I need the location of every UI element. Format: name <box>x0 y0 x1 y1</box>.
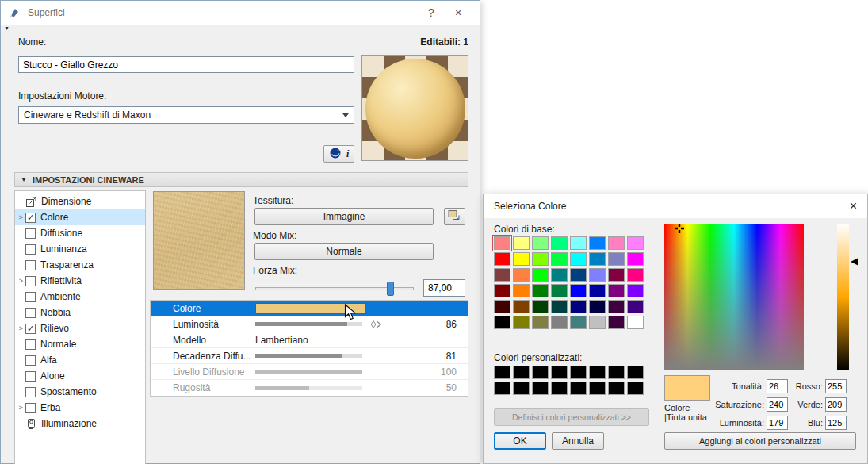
property-row[interactable]: ModelloLambertiano <box>151 332 468 348</box>
cineware-button-group[interactable]: i <box>323 145 354 163</box>
basic-color-swatch[interactable] <box>532 284 549 297</box>
basic-color-swatch[interactable] <box>627 236 644 250</box>
surfaces-titlebar[interactable]: Superfici ? × <box>1 1 480 25</box>
basic-color-swatch[interactable] <box>513 316 530 329</box>
basic-color-swatch[interactable] <box>627 252 644 266</box>
custom-color-swatch[interactable] <box>608 382 625 395</box>
basic-color-swatch[interactable] <box>513 236 530 250</box>
saturation-input[interactable] <box>767 397 788 412</box>
custom-color-swatch[interactable] <box>627 382 644 395</box>
custom-color-swatch[interactable] <box>513 382 530 395</box>
tree-item-alfa[interactable]: Alfa <box>15 352 145 368</box>
custom-color-swatch[interactable] <box>494 382 510 395</box>
property-row[interactable]: Livello Diffusione100 <box>151 364 468 380</box>
custom-color-swatch[interactable] <box>551 382 568 395</box>
custom-color-swatch[interactable] <box>513 366 530 379</box>
luminance-bar[interactable] <box>837 224 849 370</box>
expand-chevron-icon[interactable]: > <box>15 213 25 221</box>
luminance-input[interactable] <box>767 416 788 430</box>
surface-name-input[interactable] <box>18 56 354 73</box>
custom-color-swatch[interactable] <box>532 382 549 395</box>
mix-mode-button[interactable]: Normale <box>254 243 434 260</box>
basic-color-swatch[interactable] <box>570 300 587 313</box>
basic-color-swatch[interactable] <box>551 268 568 282</box>
basic-color-swatch[interactable] <box>551 236 568 250</box>
cancel-button[interactable]: Annulla <box>552 432 604 450</box>
basic-color-swatch[interactable] <box>608 300 625 313</box>
basic-color-swatch[interactable] <box>551 284 568 297</box>
expand-chevron-icon[interactable]: > <box>15 324 25 332</box>
basic-color-swatch[interactable] <box>551 252 568 266</box>
ok-button[interactable]: OK <box>494 432 546 450</box>
basic-color-swatch[interactable] <box>589 268 606 282</box>
tree-item-trasparenza[interactable]: Trasparenza <box>15 257 145 273</box>
custom-color-swatch[interactable] <box>627 366 644 379</box>
custom-color-swatch[interactable] <box>589 382 606 395</box>
tree-item-ambiente[interactable]: Ambiente <box>15 289 145 305</box>
engine-select[interactable]: Cineware e Redshift di Maxon <box>18 106 354 124</box>
basic-color-swatch[interactable] <box>551 316 568 329</box>
basic-color-swatch[interactable] <box>532 316 549 329</box>
basic-color-swatch[interactable] <box>589 252 606 266</box>
saturation-field[interactable] <box>664 224 804 370</box>
custom-color-swatch[interactable] <box>608 366 625 379</box>
custom-color-swatch[interactable] <box>589 366 606 379</box>
basic-color-swatch[interactable] <box>513 268 530 282</box>
tree-item-alone[interactable]: Alone <box>15 368 145 384</box>
texture-image-button[interactable]: Immagine <box>254 208 434 225</box>
cineware-section-header[interactable]: ▼ IMPOSTAZIONI CINEWARE <box>14 172 468 187</box>
basic-color-swatch[interactable] <box>532 252 549 266</box>
mix-strength-input[interactable] <box>423 279 465 297</box>
expand-chevron-icon[interactable]: > <box>15 404 25 412</box>
checkbox[interactable] <box>25 228 36 239</box>
basic-color-swatch[interactable] <box>532 268 549 282</box>
basic-color-swatch[interactable] <box>494 268 510 282</box>
custom-color-swatch[interactable] <box>570 382 587 395</box>
basic-color-swatch[interactable] <box>570 252 587 266</box>
basic-color-swatch[interactable] <box>589 284 606 297</box>
expand-chevron-icon[interactable]: > <box>15 277 25 285</box>
define-custom-colors-button[interactable]: Definisci colori personalizzati >> <box>494 408 649 426</box>
basic-color-swatch[interactable] <box>494 236 510 250</box>
checkbox[interactable] <box>25 276 36 286</box>
basic-color-swatch[interactable] <box>570 316 587 329</box>
basic-color-swatch[interactable] <box>513 300 530 313</box>
property-row[interactable]: Luminosità86 <box>151 316 468 332</box>
checkbox[interactable] <box>25 387 36 397</box>
collapse-arrow-icon[interactable]: ▼ <box>4 25 10 31</box>
checkbox[interactable]: ✓ <box>25 213 36 223</box>
property-slider[interactable] <box>255 322 362 326</box>
checkbox[interactable] <box>25 308 36 318</box>
tree-item-illuminazione[interactable]: Illuminazione <box>15 416 145 431</box>
close-button[interactable]: × <box>445 6 472 19</box>
basic-color-swatch[interactable] <box>532 236 549 250</box>
tree-item-colore[interactable]: >✓Colore <box>15 209 145 225</box>
red-input[interactable] <box>825 379 847 393</box>
green-input[interactable] <box>825 397 847 412</box>
basic-color-swatch[interactable] <box>513 284 530 297</box>
close-button[interactable]: × <box>839 199 857 213</box>
basic-color-swatch[interactable] <box>627 316 644 329</box>
basic-color-swatch[interactable] <box>494 316 510 329</box>
tree-item-rilievo[interactable]: >✓Rilievo <box>15 320 145 336</box>
basic-color-swatch[interactable] <box>608 316 625 329</box>
mix-strength-slider[interactable] <box>255 281 414 297</box>
basic-color-swatch[interactable] <box>570 268 587 282</box>
checkbox[interactable] <box>25 244 36 255</box>
tree-item-erba[interactable]: >Erba <box>15 400 145 416</box>
basic-color-swatch[interactable] <box>608 268 625 282</box>
basic-color-swatch[interactable] <box>570 236 587 250</box>
property-row[interactable]: Decadenza Diffu...81 <box>151 348 468 364</box>
property-slider[interactable] <box>255 386 362 390</box>
keyframe-icon[interactable] <box>370 320 383 329</box>
color-marker-icon[interactable] <box>675 224 684 233</box>
checkbox[interactable]: ✓ <box>25 324 36 334</box>
tree-item-normale[interactable]: Normale <box>15 336 145 352</box>
property-row[interactable]: Rugosità50 <box>151 380 468 396</box>
basic-color-swatch[interactable] <box>513 252 530 266</box>
basic-color-swatch[interactable] <box>627 300 644 313</box>
add-custom-color-button[interactable]: Aggiungi ai colori personalizzati <box>664 432 856 450</box>
checkbox[interactable] <box>25 260 36 270</box>
basic-color-swatch[interactable] <box>589 300 606 313</box>
basic-color-swatch[interactable] <box>608 236 625 250</box>
